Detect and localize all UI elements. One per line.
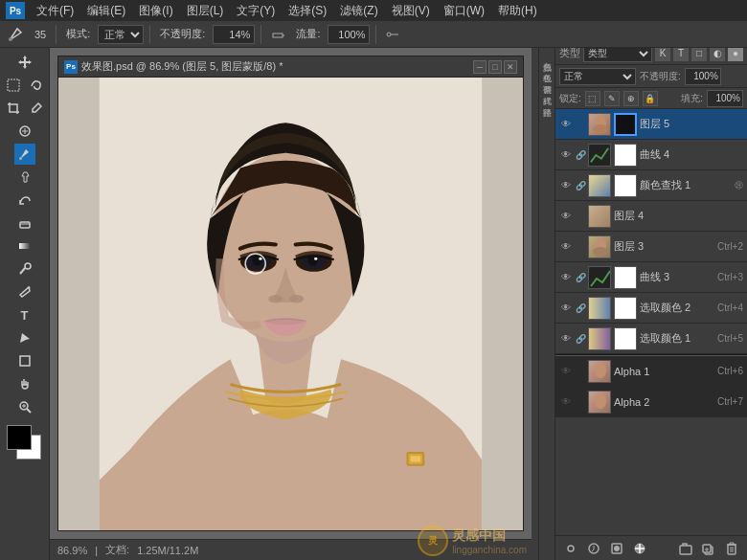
layer-visibility-toggle[interactable]: 👁 — [559, 210, 573, 223]
eyedropper-tool[interactable] — [26, 98, 47, 119]
eraser-tool[interactable] — [14, 213, 35, 234]
layer-mask-thumbnail — [614, 113, 637, 136]
layer-item[interactable]: 👁 Alpha 2 Ctrl+7 — [555, 387, 747, 417]
pen-tool[interactable] — [14, 281, 35, 302]
blend-mode-select[interactable]: 正常 — [559, 68, 636, 85]
layer-chain[interactable]: 🔗 — [576, 148, 585, 162]
lock-position-icon[interactable]: ⊕ — [623, 91, 639, 106]
delete-layer-button[interactable] — [722, 539, 741, 558]
styles-tab[interactable]: 样式 — [539, 86, 555, 94]
layer-thumbnail — [588, 391, 611, 414]
doc-icon: Ps — [64, 60, 78, 74]
layer-visibility-toggle[interactable]: 👁 — [559, 302, 573, 315]
airbrush-icon[interactable] — [267, 24, 288, 45]
layer-item[interactable]: 👁 图层 5 — [555, 109, 747, 140]
layer-chain[interactable] — [576, 365, 585, 378]
svg-point-14 — [28, 287, 30, 289]
menu-select[interactable]: 选择(S) — [283, 1, 332, 21]
layer-chain[interactable]: 🔗 — [576, 332, 585, 346]
menu-filter[interactable]: 滤镜(Z) — [334, 1, 383, 21]
layer-list[interactable]: 👁 图层 5 👁 🔗 曲线 4 👁 🔗 — [555, 109, 747, 535]
layer-chain[interactable]: 🔗 — [576, 271, 585, 284]
layer-item[interactable]: 👁 图层 4 — [555, 201, 747, 232]
layer-chain[interactable]: 🔗 — [576, 179, 585, 192]
layer-visibility-toggle[interactable]: 👁 — [559, 365, 573, 378]
layer-item[interactable]: 👁 🔗 选取颜色 2 Ctrl+4 — [555, 293, 747, 324]
foreground-color-swatch[interactable] — [7, 425, 32, 450]
menu-image[interactable]: 图像(I) — [133, 1, 178, 21]
swatches-tab[interactable]: 色板 — [539, 63, 555, 71]
layer-item[interactable]: 👁 Alpha 1 Ctrl+6 — [555, 356, 747, 387]
minimize-button[interactable]: ─ — [473, 60, 487, 74]
layer-visibility-toggle[interactable]: 👁 — [559, 332, 573, 346]
layer-item[interactable]: 👁 🔗 选取颜色 1 Ctrl+5 — [555, 324, 747, 354]
svg-point-39 — [593, 124, 608, 134]
extra-options[interactable] — [382, 24, 403, 45]
healing-brush-tool[interactable] — [14, 121, 35, 142]
layer-mask-thumbnail — [614, 174, 637, 197]
move-tool[interactable] — [14, 52, 35, 73]
create-group-button[interactable] — [676, 539, 695, 558]
menu-window[interactable]: 窗口(W) — [438, 1, 490, 21]
layer-visibility-toggle[interactable]: 👁 — [559, 118, 573, 131]
layer-visibility-toggle[interactable]: 👁 — [559, 179, 573, 192]
layer-item[interactable]: 👁 图层 3 Ctrl+2 — [555, 232, 747, 262]
history-brush-tool[interactable] — [14, 190, 35, 211]
adjust-tab[interactable]: 调整 — [539, 75, 555, 82]
svg-rect-1 — [273, 34, 283, 37]
layer-visibility-toggle[interactable]: 👁 — [559, 395, 573, 409]
clone-stamp-tool[interactable] — [14, 167, 35, 188]
fill-input[interactable] — [707, 90, 743, 107]
layer-visibility-toggle[interactable]: 👁 — [559, 148, 573, 162]
create-layer-button[interactable] — [699, 539, 718, 558]
lock-all-icon[interactable]: 🔒 — [643, 91, 658, 106]
lasso-tool[interactable] — [26, 75, 47, 96]
mode-select[interactable]: 正常 — [98, 25, 144, 44]
hand-tool[interactable] — [14, 373, 35, 394]
menu-help[interactable]: 帮助(H) — [492, 1, 543, 21]
add-mask-button[interactable] — [607, 539, 626, 558]
crop-tool[interactable] — [3, 98, 24, 119]
layer-chain[interactable] — [576, 118, 585, 131]
flow-input[interactable] — [328, 25, 370, 44]
layer-item[interactable]: 👁 🔗 颜色查找 1 ㊟ — [555, 170, 747, 201]
menu-edit[interactable]: 编辑(E) — [81, 1, 131, 21]
opacity-input[interactable] — [685, 68, 721, 85]
maximize-button[interactable]: □ — [488, 60, 502, 74]
menu-view[interactable]: 视图(V) — [386, 1, 436, 21]
add-style-button[interactable] — [584, 539, 603, 558]
lock-image-icon[interactable]: ✎ — [604, 91, 620, 106]
opacity-input[interactable] — [213, 25, 255, 44]
menu-file[interactable]: 文件(F) — [31, 1, 79, 21]
layer-visibility-toggle[interactable]: 👁 — [559, 240, 573, 254]
layer-item[interactable]: 👁 🔗 曲线 4 — [555, 140, 747, 170]
link-layers-button[interactable] — [561, 539, 580, 558]
layer-chain[interactable] — [576, 395, 585, 409]
color-tab[interactable]: 颜色 — [539, 52, 555, 59]
layer-visibility-toggle[interactable]: 👁 — [559, 271, 573, 284]
dodge-tool[interactable] — [14, 258, 35, 280]
layer-name: Alpha 1 — [614, 366, 714, 377]
layer-name: 选取颜色 1 — [640, 331, 714, 346]
close-button[interactable]: ✕ — [504, 60, 517, 74]
lock-transparent-icon[interactable]: ⬚ — [585, 91, 600, 106]
menu-layer[interactable]: 图层(L) — [181, 1, 230, 21]
document-window: Ps 效果图.psd @ 86.9% (图层 5, 图层蒙版/8) * ─ □ … — [57, 56, 524, 531]
menu-text[interactable]: 文字(Y) — [231, 1, 281, 21]
color-swatches[interactable] — [7, 425, 43, 461]
layer-thumbnail — [588, 144, 611, 167]
text-tool[interactable]: T — [14, 304, 35, 325]
brush-tool[interactable] — [14, 144, 35, 165]
layer-item[interactable]: 👁 🔗 曲线 3 Ctrl+3 — [555, 262, 747, 293]
layer-chain[interactable] — [576, 210, 585, 223]
lock-row: 锁定: ⬚ ✎ ⊕ 🔒 填充: — [555, 88, 747, 109]
add-adjustment-button[interactable] — [630, 539, 649, 558]
layer-chain[interactable] — [576, 240, 585, 254]
zoom-tool[interactable] — [14, 396, 35, 417]
layer-chain[interactable]: 🔗 — [576, 302, 585, 315]
path-select-tool[interactable] — [14, 327, 35, 348]
paths-tab[interactable]: 路径 — [539, 98, 555, 105]
gradient-tool[interactable] — [14, 235, 35, 257]
rectangle-select-tool[interactable] — [3, 75, 24, 96]
shape-tool[interactable] — [14, 350, 35, 371]
